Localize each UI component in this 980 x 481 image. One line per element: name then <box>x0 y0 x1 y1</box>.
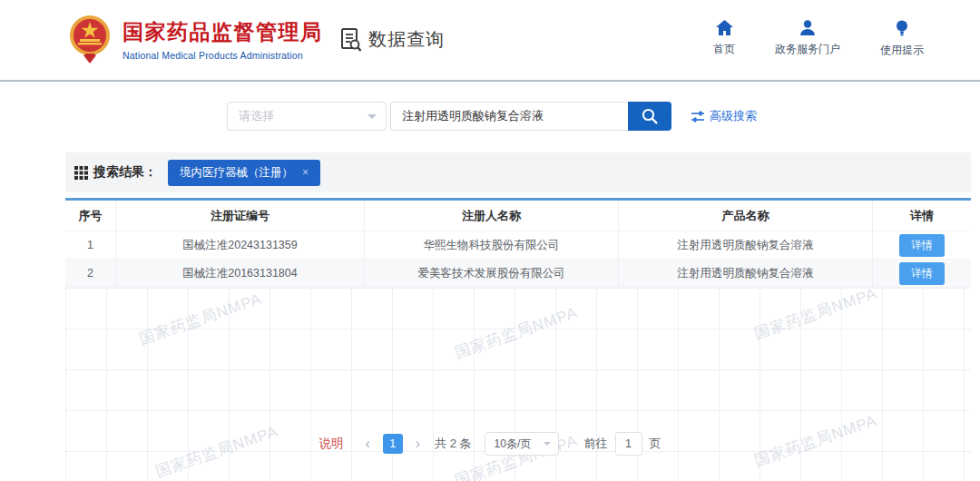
next-page-icon[interactable]: › <box>412 436 424 452</box>
bulb-icon <box>896 20 908 36</box>
doc-search-icon <box>340 28 362 52</box>
table-header-row: 序号 注册证编号 注册人名称 产品名称 详情 <box>65 201 971 231</box>
cell-registrant: 华熙生物科技股份有限公司 <box>365 231 619 260</box>
watermark: 国家药监局NMPA <box>751 283 880 345</box>
table-row: 2 国械注准20163131804 爱美客技术发展股份有限公司 注射用透明质酸钠… <box>65 260 971 288</box>
search-button[interactable] <box>628 102 671 131</box>
col-header-detail: 详情 <box>873 201 971 231</box>
nav-usage-tips-label: 使用提示 <box>880 43 924 58</box>
app-title: 数据查询 <box>340 27 445 52</box>
search-box <box>390 102 671 131</box>
cell-product: 注射用透明质酸钠复合溶液 <box>619 231 873 260</box>
national-emblem-logo[interactable] <box>68 15 112 64</box>
col-header-registrant: 注册人名称 <box>365 201 619 231</box>
col-header-no: 序号 <box>65 201 116 231</box>
pagination: 说明 ‹ 1 › 共 2 条 10条/页 前往 页 <box>0 432 980 456</box>
prev-page-icon[interactable]: ‹ <box>361 436 373 452</box>
advanced-search-label: 高级搜索 <box>710 108 757 124</box>
detail-button[interactable]: 详情 <box>899 234 945 257</box>
user-icon <box>799 20 816 35</box>
cell-detail: 详情 <box>873 231 971 260</box>
chevron-down-icon <box>544 442 551 446</box>
nav-home-label: 首页 <box>713 42 735 57</box>
results-label: 搜索结果： <box>93 164 157 181</box>
goto-page-input[interactable] <box>615 432 642 456</box>
sliders-icon <box>691 111 704 123</box>
filter-tag-label: 境内医疗器械（注册） <box>180 165 293 181</box>
cell-no: 2 <box>65 260 116 288</box>
cell-registrant: 爱美客技术发展股份有限公司 <box>365 260 619 288</box>
nav-usage-tips[interactable]: 使用提示 <box>880 20 924 58</box>
search-input[interactable] <box>390 102 628 131</box>
page-size-select[interactable]: 10条/页 <box>485 432 559 456</box>
search-row: 请选择 高级搜索 <box>227 102 980 131</box>
app-title-label: 数据查询 <box>368 27 445 52</box>
header: 国家药品监督管理局 National Medical Products Admi… <box>0 0 980 82</box>
total-count: 共 2 条 <box>435 436 471 452</box>
goto-label: 前往 <box>584 436 608 452</box>
table-row: 1 国械注准20243131359 华熙生物科技股份有限公司 注射用透明质酸钠复… <box>65 231 971 260</box>
nav-home[interactable]: 首页 <box>713 20 735 58</box>
table-body: 1 国械注准20243131359 华熙生物科技股份有限公司 注射用透明质酸钠复… <box>65 231 971 288</box>
watermark: 国家药监局NMPA <box>136 289 265 350</box>
magnifier-icon <box>642 108 658 124</box>
brand-text: 国家药品监督管理局 National Medical Products Admi… <box>122 18 323 61</box>
watermark: 国家药监局NMPA <box>452 302 581 364</box>
category-select-placeholder: 请选择 <box>239 108 274 124</box>
cell-cert-no: 国械注准20163131804 <box>116 260 365 288</box>
org-name: 国家药品监督管理局 <box>122 18 323 46</box>
nmpa-data-query-page: 国家药监局NMPA 国家药监局NMPA 国家药监局NMPA 国家药监局NMPA … <box>0 0 980 481</box>
results-table: 序号 注册证编号 注册人名称 产品名称 详情 1 国械注准20243131359… <box>65 198 971 288</box>
home-icon <box>716 20 733 35</box>
detail-button[interactable]: 详情 <box>899 262 945 285</box>
close-icon[interactable]: × <box>302 166 309 179</box>
note-link[interactable]: 说明 <box>318 436 343 452</box>
brand: 国家药品监督管理局 National Medical Products Admi… <box>68 15 323 64</box>
col-header-product: 产品名称 <box>619 201 873 231</box>
filter-tag[interactable]: 境内医疗器械（注册） × <box>168 160 320 186</box>
nav-gov-portal-label: 政务服务门户 <box>775 42 840 57</box>
top-nav: 首页 政务服务门户 使用提示 <box>713 20 924 58</box>
current-page-button[interactable]: 1 <box>383 434 403 454</box>
advanced-search-link[interactable]: 高级搜索 <box>691 108 757 124</box>
nav-gov-portal[interactable]: 政务服务门户 <box>775 20 840 58</box>
cell-no: 1 <box>65 231 116 260</box>
col-header-cert-no: 注册证编号 <box>116 201 365 231</box>
page-size-value: 10条/页 <box>495 437 532 452</box>
org-name-en: National Medical Products Administration <box>122 50 323 61</box>
chevron-down-icon <box>368 114 377 119</box>
results-bar: 搜索结果： 境内医疗器械（注册） × <box>65 152 971 192</box>
cell-detail: 详情 <box>873 260 971 288</box>
cell-product: 注射用透明质酸钠复合溶液 <box>619 260 873 288</box>
category-select[interactable]: 请选择 <box>227 102 387 131</box>
grid-icon <box>74 166 88 180</box>
goto-unit: 页 <box>650 436 662 452</box>
cell-cert-no: 国械注准20243131359 <box>116 231 365 260</box>
